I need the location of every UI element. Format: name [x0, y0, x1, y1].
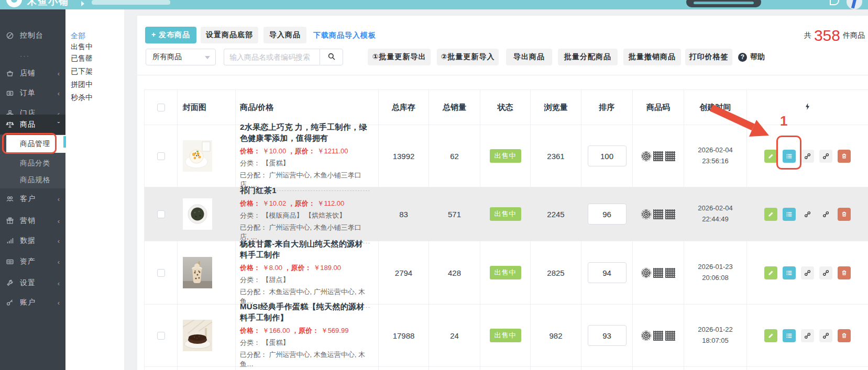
product-price-line: 价格： ￥10.00 ，原价： ￥1211.00	[240, 147, 370, 156]
qrcode-icon[interactable]	[665, 268, 675, 278]
search-button[interactable]	[320, 49, 343, 65]
row-checkbox[interactable]	[157, 269, 165, 277]
sales-value: 571	[448, 210, 461, 219]
sku-list-button[interactable]	[783, 150, 796, 163]
sidebar-item-goods-manage[interactable]: 商品管理	[6, 135, 65, 153]
sidebar-item-assets[interactable]: 资产 ‹	[0, 253, 65, 271]
qrcode-icon[interactable]	[653, 331, 663, 341]
product-image[interactable]	[183, 320, 212, 351]
qrcode-icon[interactable]	[653, 151, 663, 161]
export-products-button[interactable]: 导出商品	[506, 49, 552, 65]
set-product-bottom-button[interactable]: 设置商品底部	[201, 27, 258, 43]
link-button[interactable]	[819, 329, 832, 342]
sort-input[interactable]	[588, 145, 627, 166]
sidebar-item-goods[interactable]: 商品 ˇ	[0, 116, 65, 133]
sku-list-button[interactable]	[783, 329, 796, 342]
col-stock: 总库存	[379, 90, 429, 125]
product-title[interactable]: MUSI经典手作蛋糕【纯天然的源材料手工制作】	[240, 301, 370, 323]
round-qrcode-icon[interactable]	[641, 151, 651, 161]
import-products-button[interactable]: 导入商品	[263, 27, 306, 43]
link-button[interactable]	[801, 208, 814, 221]
qrcode-icon[interactable]	[665, 331, 675, 341]
bell-icon[interactable]	[830, 0, 839, 5]
sort-input[interactable]	[588, 325, 627, 346]
batch-assign-button[interactable]: 批量分配商品	[558, 49, 618, 65]
batch-update-import-button[interactable]: ②批量更新导入	[437, 49, 499, 65]
sidebar-item-settings[interactable]: 设置 ‹	[0, 274, 65, 292]
qrcode-icon[interactable]	[665, 151, 675, 161]
link-button[interactable]	[801, 329, 814, 342]
row-checkbox[interactable]	[157, 332, 165, 340]
dashboard-icon	[6, 31, 14, 40]
row-checkbox[interactable]	[157, 210, 165, 218]
sidebar-item-data[interactable]: 数据 ‹	[0, 232, 65, 250]
delete-button[interactable]	[838, 266, 851, 279]
sidebar-item-orders[interactable]: 订单 ‹	[0, 84, 65, 102]
sidebar-item-goods-spec[interactable]: 商品规格	[20, 175, 50, 185]
product-title[interactable]: 祁门红茶1	[240, 185, 370, 196]
product-type-select[interactable]: 所有商品	[146, 49, 216, 65]
select-all-checkbox[interactable]	[157, 104, 165, 111]
edit-button[interactable]	[764, 329, 777, 342]
print-price-tag-button[interactable]: 打印价格签	[685, 49, 732, 65]
link-button[interactable]	[801, 150, 814, 163]
count-number: 358	[814, 27, 840, 44]
sku-list-button[interactable]	[783, 208, 796, 221]
filter-off-shelf[interactable]: 已下架	[71, 67, 93, 76]
product-image[interactable]	[183, 198, 212, 230]
sku-list-button[interactable]	[783, 266, 796, 279]
filter-all[interactable]: 全部	[71, 31, 85, 41]
sidebar-item-account[interactable]: 账户 ‹	[0, 294, 65, 311]
link-button[interactable]	[801, 266, 814, 279]
search-input[interactable]	[224, 49, 320, 65]
filter-on-sale[interactable]: 出售中	[71, 42, 93, 52]
caret-down-icon	[205, 56, 210, 59]
avatar[interactable]	[847, 0, 862, 9]
product-image[interactable]	[183, 140, 212, 172]
qrcode-icon[interactable]	[653, 209, 663, 219]
sidebar-item-shop[interactable]: 店铺 ‹	[0, 64, 65, 82]
download-template-link[interactable]: 下载商品导入模板	[313, 31, 376, 40]
stock-value: 17988	[393, 331, 415, 340]
sidebar-item-customers[interactable]: 客户 ‹	[0, 190, 65, 208]
product-codes	[641, 209, 675, 219]
batch-update-export-button[interactable]: ①批量更新导出	[368, 49, 431, 65]
qrcode-icon[interactable]	[665, 209, 675, 219]
product-image[interactable]	[183, 257, 212, 288]
product-title[interactable]: 2水果恋上巧克 力，纯手工制作，绿色健康零添加，值得拥有	[240, 121, 370, 143]
batch-revoke-button[interactable]: 批量撤销商品	[623, 49, 681, 65]
key-icon	[6, 298, 14, 307]
link-button[interactable]	[819, 150, 832, 163]
round-qrcode-icon[interactable]	[641, 209, 651, 219]
chevron-left-icon: ‹	[58, 70, 60, 77]
sidebar-item-goods-category[interactable]: 商品分类	[20, 159, 50, 168]
help-button[interactable]: ? 帮助	[738, 49, 765, 65]
topbar-caret-icon	[81, 1, 84, 6]
edit-button[interactable]	[764, 208, 777, 221]
filter-group-buy[interactable]: 拼团中	[71, 80, 93, 89]
qrcode-icon[interactable]	[653, 268, 663, 278]
delete-button[interactable]	[838, 150, 851, 163]
link-button[interactable]	[819, 208, 832, 221]
link-button[interactable]	[819, 266, 832, 279]
delete-button[interactable]	[838, 208, 851, 221]
status-badge: 出售中	[490, 149, 521, 163]
sidebar-ellipsis[interactable]: ···	[20, 52, 30, 60]
round-qrcode-icon[interactable]	[641, 331, 651, 341]
col-cover: 封面图	[178, 90, 236, 125]
filter-sold-out[interactable]: 已售罄	[71, 54, 93, 63]
delete-button[interactable]	[838, 329, 851, 342]
edit-button[interactable]	[764, 266, 777, 279]
product-price-line: 价格： ￥8.00 ，原价： ￥189.00	[240, 263, 370, 273]
sidebar-item-marketing[interactable]: 营销 ‹	[0, 212, 65, 230]
round-qrcode-icon[interactable]	[641, 268, 651, 278]
sidebar-item-dashboard[interactable]: 控制台	[0, 27, 65, 44]
edit-button[interactable]	[764, 150, 777, 163]
sort-input[interactable]	[588, 204, 627, 225]
filter-flash-sale[interactable]: 秒杀中	[71, 93, 93, 103]
sort-input[interactable]	[588, 262, 627, 283]
topbar-plan-pill[interactable]	[686, 0, 761, 7]
product-title[interactable]: 杨枝甘露-来自大别山纯天然的源材料手工制作	[240, 238, 370, 260]
row-checkbox[interactable]	[157, 152, 165, 160]
publish-product-button[interactable]: + 发布商品	[145, 27, 196, 43]
